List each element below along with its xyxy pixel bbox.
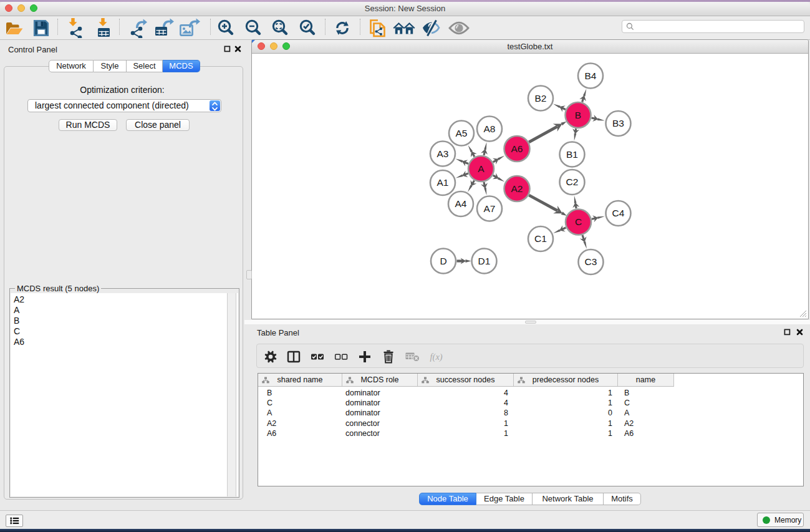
mcds-result-list[interactable]: A2ABCA6 — [11, 293, 238, 496]
search-input[interactable] — [622, 20, 804, 33]
tab-network[interactable]: Network — [49, 60, 94, 72]
graph-node-A7[interactable]: A7 — [477, 196, 502, 221]
edge-A6-B[interactable] — [529, 122, 566, 142]
graph-node-B[interactable]: B — [566, 102, 591, 128]
import-table-icon[interactable] — [92, 17, 115, 38]
graph-node-C2[interactable]: C2 — [560, 170, 585, 195]
graph-node-B1[interactable]: B1 — [560, 142, 585, 167]
edge-B-B1[interactable] — [572, 128, 579, 141]
edge-A-A3[interactable] — [455, 159, 468, 167]
table-row[interactable]: Cdominator41C — [258, 398, 803, 409]
float-panel-icon[interactable] — [224, 46, 231, 52]
edge-A-A6[interactable] — [493, 155, 504, 164]
graph-node-C[interactable]: C — [566, 210, 591, 235]
delete-table-icon[interactable] — [405, 349, 421, 365]
zoom-selected-icon[interactable] — [296, 17, 319, 38]
graph-node-A3[interactable]: A3 — [430, 142, 455, 167]
resize-grip-icon[interactable] — [799, 310, 807, 317]
show-all-icon[interactable] — [448, 17, 470, 38]
float-table-panel-icon[interactable] — [784, 329, 791, 336]
graph-node-A1[interactable]: A1 — [430, 170, 455, 195]
edge-C-C2[interactable] — [572, 196, 579, 209]
export-image-icon[interactable] — [178, 17, 201, 38]
clone-network-icon[interactable] — [367, 17, 389, 38]
tab-mcds[interactable]: MCDS — [163, 60, 200, 72]
first-neighbors-icon[interactable] — [393, 17, 415, 38]
column-header-name[interactable]: name — [618, 374, 674, 386]
zoom-in-icon[interactable] — [215, 17, 237, 38]
hide-selected-icon[interactable] — [420, 17, 442, 38]
table-row[interactable]: Adominator80A — [258, 408, 803, 418]
network-minimize-button[interactable] — [270, 42, 277, 50]
show-columns-icon[interactable] — [286, 349, 302, 365]
result-item[interactable]: A — [11, 305, 238, 316]
zoom-out-icon[interactable] — [242, 17, 264, 38]
save-session-icon[interactable] — [30, 17, 52, 38]
result-item[interactable]: B — [11, 316, 238, 326]
select-all-columns-icon[interactable] — [309, 349, 325, 365]
edge-A-A1[interactable] — [456, 171, 468, 178]
import-network-icon[interactable] — [64, 17, 87, 38]
create-column-icon[interactable] — [357, 349, 373, 365]
tab-edge-table[interactable]: Edge Table — [476, 493, 533, 505]
edge-D-D1[interactable] — [457, 258, 471, 264]
graph-node-A5[interactable]: A5 — [449, 121, 474, 146]
graph-node-B3[interactable]: B3 — [606, 111, 631, 136]
criterion-dropdown[interactable]: largest connected component (directed) — [27, 99, 221, 112]
edge-A-A2[interactable] — [493, 173, 504, 181]
node-table[interactable]: shared name MCDS role successor nodes pr… — [258, 373, 804, 486]
network-canvas[interactable]: B4B2BB3B1A5A8A6A3AA1C2A2A4A7C4CC1C3DD1 — [252, 54, 808, 319]
graph-node-A4[interactable]: A4 — [448, 191, 473, 216]
zoom-fit-icon[interactable] — [269, 17, 291, 38]
graph-node-A[interactable]: A — [468, 156, 494, 181]
memory-button[interactable]: Memory — [757, 513, 804, 527]
horizontal-split-handle[interactable] — [525, 321, 536, 324]
network-close-button[interactable] — [258, 42, 265, 50]
result-item[interactable]: A6 — [11, 337, 238, 347]
edge-C-C4[interactable] — [592, 215, 605, 222]
graph-node-D1[interactable]: D1 — [472, 249, 497, 274]
table-row[interactable]: Bdominator41B — [258, 388, 803, 399]
edge-A2-C[interactable] — [529, 195, 567, 216]
function-builder-icon[interactable]: f(x) — [429, 349, 445, 365]
edge-A-A4[interactable] — [468, 180, 476, 192]
table-row[interactable]: A2connector11A2 — [258, 418, 803, 429]
graph-node-A8[interactable]: A8 — [477, 117, 502, 142]
zoom-window-button[interactable] — [30, 4, 37, 12]
open-file-icon[interactable] — [2, 17, 25, 38]
network-zoom-button[interactable] — [282, 42, 290, 50]
run-mcds-button[interactable]: Run MCDS — [59, 119, 117, 131]
apply-layout-icon[interactable] — [331, 17, 354, 38]
graph-node-C3[interactable]: C3 — [579, 249, 604, 274]
minimize-window-button[interactable] — [17, 4, 25, 12]
graph-node-A6[interactable]: A6 — [504, 136, 530, 162]
edge-C-C1[interactable] — [553, 225, 566, 233]
graph-node-B4[interactable]: B4 — [578, 64, 603, 89]
close-window-button[interactable] — [5, 4, 12, 12]
graph-node-B2[interactable]: B2 — [528, 86, 553, 111]
tab-style[interactable]: Style — [94, 60, 127, 72]
graph-node-C1[interactable]: C1 — [528, 226, 553, 251]
edge-B-B2[interactable] — [553, 104, 566, 112]
close-table-panel-icon[interactable] — [796, 329, 803, 336]
tab-select[interactable]: Select — [127, 60, 163, 72]
column-header-shared-name[interactable]: shared name — [258, 374, 342, 386]
unselect-all-columns-icon[interactable] — [333, 349, 349, 365]
column-header-successor-nodes[interactable]: successor nodes — [418, 374, 514, 386]
network-window-titlebar[interactable]: testGlobe.txt — [252, 40, 808, 54]
vertical-split-handle[interactable] — [246, 270, 252, 279]
close-panel-icon[interactable] — [234, 46, 241, 52]
show-panels-button[interactable] — [6, 515, 23, 527]
graph-node-A2[interactable]: A2 — [504, 176, 530, 201]
tab-node-table[interactable]: Node Table — [419, 493, 476, 505]
edge-C-C3[interactable] — [580, 235, 587, 249]
result-item[interactable]: A2 — [11, 294, 238, 305]
result-scrollbar[interactable] — [227, 293, 236, 496]
column-header-MCDS-role[interactable]: MCDS role — [342, 374, 418, 386]
edge-B-B4[interactable] — [579, 89, 586, 102]
result-item[interactable]: C — [11, 326, 238, 337]
column-header-predecessor-nodes[interactable]: predecessor nodes — [514, 374, 618, 386]
table-row[interactable]: A6connector11A6 — [258, 428, 803, 439]
edge-A-A5[interactable] — [468, 145, 477, 157]
edge-A-A7[interactable] — [481, 182, 488, 195]
